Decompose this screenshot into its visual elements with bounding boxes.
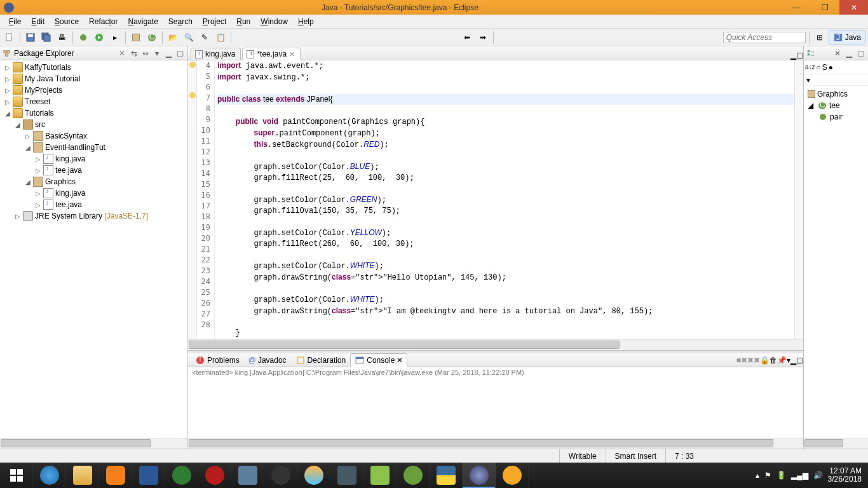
java-file-row[interactable]: ▷tee.java [0,199,187,210]
taskbar-eclipse[interactable] [463,463,496,488]
new-button[interactable] [3,30,17,44]
tray-flag-icon[interactable]: ⚑ [764,471,771,480]
minimize-button[interactable]: — [782,0,811,15]
tray-clock[interactable]: 12:07 AM 3/26/2018 [828,467,862,484]
taskbar-ie[interactable] [33,463,66,488]
menu-window[interactable]: Window [255,16,293,27]
taskbar-media[interactable] [297,463,330,488]
tray-network-icon[interactable]: ▂▄▆ [791,471,808,480]
remove-launch-icon[interactable]: ✖ [741,356,747,365]
quick-access-input[interactable] [723,32,806,43]
package-row[interactable]: ◢EventHandlingTut [0,142,187,153]
maximize-button[interactable]: ❐ [811,0,839,15]
minimize-view-icon[interactable]: ▁ [163,48,173,58]
start-button[interactable] [0,463,33,488]
save-all-button[interactable] [39,30,53,44]
tab-console[interactable]: Console✕ [350,353,407,367]
menu-navigate[interactable]: Navigate [123,16,163,27]
taskbar-word[interactable] [132,463,165,488]
console-maximize-icon[interactable]: ▢ [796,356,803,365]
outline-class[interactable]: ◢Ctee [805,100,867,111]
filter-menu-icon[interactable]: ▾ [806,76,810,85]
save-button[interactable] [24,30,37,44]
maximize-view-icon[interactable]: ▢ [175,48,185,58]
sort-icon[interactable]: a↓z [805,64,815,71]
forward-button[interactable]: ➡ [476,30,490,44]
tray-battery-icon[interactable]: 🔋 [776,471,786,480]
clear-console-icon[interactable]: 🗑 [770,356,777,365]
project-row-open[interactable]: ◢Tutorials [0,107,187,119]
menu-project[interactable]: Project [198,16,231,27]
system-tray[interactable]: ▴ ⚑ 🔋 ▂▄▆ 🔊 12:07 AM 3/26/2018 [749,467,868,484]
editor-maximize-icon[interactable]: ▢ [796,51,803,60]
new-class-button[interactable]: C [145,30,159,44]
tab-problems[interactable]: !Problems [191,353,244,367]
collapse-all-icon[interactable]: ⇆ [129,48,139,58]
hide-static-icon[interactable]: S [822,63,827,72]
java-file-row[interactable]: ▷king.java [0,153,187,165]
java-file-row[interactable]: ▷king.java [0,187,187,199]
open-perspective-button[interactable]: ⊞ [813,30,827,44]
outline-tree[interactable]: Graphics ◢Ctee pair [804,86,868,438]
pin-console-icon[interactable]: 📌 [777,356,787,365]
outline-method[interactable]: pair [805,111,867,123]
open-type-button[interactable]: 📂 [166,30,180,44]
editor-tab-king[interactable]: king.java [191,48,241,60]
package-row[interactable]: ◢Graphics [0,176,187,187]
task-button[interactable]: 📋 [214,30,227,44]
new-package-button[interactable] [129,30,143,44]
tab-close-icon[interactable]: ✕ [119,49,125,58]
console-h-scrollbar[interactable] [188,438,803,449]
console-minimize-icon[interactable]: ▁ [790,356,796,365]
editor-tab-tee[interactable]: *tee.java ✕ [242,48,301,60]
project-row[interactable]: ▷MyProjects [0,85,187,96]
outline-package[interactable]: Graphics [805,88,867,100]
taskbar-app1[interactable] [165,463,198,488]
taskbar-explorer[interactable] [66,463,99,488]
taskbar-python[interactable] [430,463,463,488]
link-editor-icon[interactable]: ⇔ [140,48,151,58]
project-row[interactable]: ▷KaffyTutorials [0,62,187,73]
outline-h-scrollbar[interactable] [804,438,868,449]
code-content[interactable]: import java.awt.event.*; import javax.sw… [215,60,794,339]
tray-up-icon[interactable]: ▴ [756,471,759,480]
menu-help[interactable]: Help [293,16,319,27]
hide-nonpublic-icon[interactable]: ● [829,63,833,72]
hide-fields-icon[interactable]: ○ [817,63,821,72]
menu-source[interactable]: Source [50,16,84,27]
java-file-row[interactable]: ▷tee.java [0,165,187,176]
taskbar-app4[interactable] [363,463,397,488]
taskbar-opera[interactable] [198,463,231,488]
scroll-lock-icon[interactable]: 🔒 [760,356,770,365]
outline-close-icon[interactable]: ✕ [832,48,843,58]
menu-search[interactable]: Search [163,16,198,27]
terminate-icon[interactable]: ■ [736,356,741,365]
overview-ruler[interactable] [794,60,803,339]
print-button[interactable]: 🖶 [55,30,69,44]
debug-button[interactable] [76,30,90,44]
run-button[interactable] [92,30,106,44]
menu-edit[interactable]: Edit [26,16,50,27]
menu-run[interactable]: Run [231,16,255,27]
package-explorer-scrollbar[interactable] [0,438,187,449]
taskbar-uc[interactable] [99,463,132,488]
back-button[interactable]: ⬅ [460,30,474,44]
search-button[interactable]: 🔍 [182,30,196,44]
close-button[interactable]: ✕ [839,0,868,15]
coverage-button[interactable]: ▸ [108,30,122,44]
tab-javadoc[interactable]: @Javadoc [244,354,291,367]
close-tab-icon[interactable]: ✕ [289,50,295,58]
package-row[interactable]: ▷BasicSyntax [0,130,187,142]
editor-minimize-icon[interactable]: ▁ [790,51,796,60]
src-folder-row[interactable]: ◢src [0,119,187,130]
tab-declaration[interactable]: Declaration [291,353,351,367]
close-tab-icon[interactable]: ✕ [397,356,403,365]
project-row[interactable]: ▷Treeset [0,96,187,107]
code-editor[interactable]: 4 5 6 7 8 9 10 11 12 13 14 15 16 17 18 1… [188,60,803,339]
annotate-button[interactable]: ✎ [198,30,212,44]
taskbar-notepad[interactable] [231,463,264,488]
java-perspective-button[interactable]: J Java [829,30,865,44]
tray-volume-icon[interactable]: 🔊 [813,471,823,480]
console-output[interactable] [188,377,803,438]
view-menu-icon[interactable]: ▾ [152,48,162,58]
